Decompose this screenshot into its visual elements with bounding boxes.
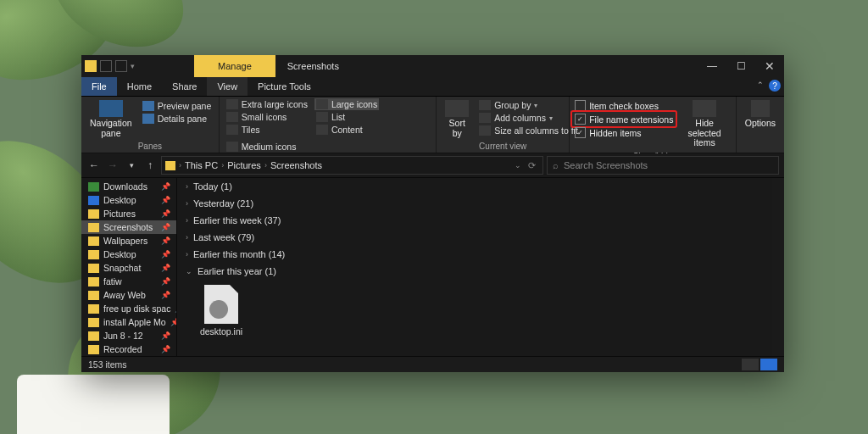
sidebar-item-label: Screenshots [103, 222, 153, 232]
layout-small[interactable]: Small icons [225, 111, 309, 123]
pin-icon[interactable]: 📌 [161, 236, 173, 245]
menu-share[interactable]: Share [162, 77, 207, 96]
pin-icon[interactable]: 📌 [161, 196, 173, 204]
pin-icon[interactable]: 📌 [161, 209, 173, 218]
crumb-pictures[interactable]: Pictures [227, 160, 261, 170]
chevron-right-icon[interactable]: › [264, 161, 267, 170]
content-group-header[interactable]: ›Last week (79) [177, 229, 784, 246]
recent-locations-button[interactable]: ▾ [124, 158, 139, 173]
content-group-header[interactable]: ⌄Earlier this year (1) [177, 263, 784, 280]
folder-icon [88, 331, 99, 341]
sidebar-item[interactable]: install Apple Mo📌 [81, 315, 176, 329]
maximize-button[interactable]: ☐ [726, 55, 755, 77]
folder-icon [88, 264, 99, 273]
pin-icon[interactable]: 📌 [161, 345, 173, 353]
sidebar-item-label: Pictures [103, 209, 136, 219]
chevron-right-icon[interactable]: › [221, 161, 224, 170]
file-item[interactable]: desktop.ini [192, 285, 250, 337]
folder-icon [165, 161, 175, 170]
pin-icon[interactable]: 📌 [161, 291, 173, 299]
layout-medium[interactable]: Medium icons [225, 141, 298, 153]
sidebar-item[interactable]: Desktop📌 [81, 193, 176, 207]
breadcrumb[interactable]: › This PC › Pictures › Screenshots ⌄ ⟳ [161, 156, 543, 175]
layout-list[interactable]: List [314, 111, 379, 123]
size-columns-button[interactable]: Size all columns to fit [477, 125, 580, 136]
view-large-button[interactable] [760, 359, 777, 370]
help-icon[interactable]: ? [769, 80, 781, 92]
close-button[interactable]: ✕ [755, 55, 784, 77]
layout-large[interactable]: Large icons [314, 98, 379, 110]
ribbon-group-label: Panes [86, 140, 214, 153]
content-group-header[interactable]: ›Earlier this week (37) [177, 212, 784, 229]
pin-icon[interactable]: 📌 [161, 223, 173, 231]
file-name-extensions-toggle[interactable]: ✓File name extensions [575, 113, 673, 125]
menu-view[interactable]: View [207, 77, 248, 96]
sidebar-item[interactable]: Snapchat📌 [81, 261, 176, 275]
sidebar-item[interactable]: Wallpapers📌 [81, 234, 176, 248]
search-input[interactable]: ⌕ Search Screenshots [547, 156, 779, 175]
pin-icon[interactable]: 📌 [161, 182, 173, 191]
app-icon [85, 60, 97, 72]
pin-icon[interactable]: 📌 [161, 277, 173, 286]
layout-tiles[interactable]: Tiles [225, 124, 309, 136]
chevron-right-icon: › [186, 182, 188, 191]
ribbon: Navigation pane Preview pane Details pan… [81, 97, 784, 153]
pin-icon[interactable]: 📌 [161, 331, 173, 340]
sidebar-item[interactable]: fatiw📌 [81, 275, 176, 288]
content-area[interactable]: ›Today (1)›Yesterday (21)›Earlier this w… [177, 178, 784, 356]
minimize-button[interactable]: — [698, 55, 726, 77]
sidebar-item[interactable]: free up disk spac📌 [81, 302, 176, 315]
sidebar-item[interactable]: Screenshots📌 [81, 220, 176, 234]
group-label: Earlier this month (14) [193, 249, 285, 259]
up-button[interactable]: ↑ [142, 158, 158, 173]
chevron-right-icon: › [186, 233, 188, 242]
group-by-button[interactable]: Group by ▾ [477, 99, 580, 111]
content-group-header[interactable]: ›Today (1) [177, 178, 784, 195]
sidebar-item[interactable]: Pictures📌 [81, 207, 176, 220]
menu-picture-tools[interactable]: Picture Tools [248, 77, 321, 96]
navigation-pane-button[interactable]: Navigation pane [86, 98, 136, 140]
layout-extra-large[interactable]: Extra large icons [225, 98, 309, 110]
sort-by-button[interactable]: Sort by [442, 98, 472, 140]
preview-pane-icon [142, 101, 154, 111]
scrollbar[interactable] [772, 178, 784, 356]
menu-home[interactable]: Home [117, 77, 162, 96]
context-tab-manage[interactable]: Manage [194, 55, 275, 77]
qat-button[interactable] [100, 60, 112, 72]
refresh-icon[interactable]: ⟳ [525, 160, 539, 171]
sidebar-item-label: Recorded [103, 344, 142, 354]
add-columns-button[interactable]: Add columns ▾ [477, 112, 580, 124]
pin-icon[interactable]: 📌 [161, 264, 173, 272]
forward-button[interactable]: → [105, 158, 120, 173]
details-pane-button[interactable]: Details pane [141, 113, 214, 125]
qat-dropdown-icon[interactable]: ▾ [131, 62, 135, 70]
sidebar-item-label: install Apple Mo [103, 317, 166, 327]
collapse-ribbon-icon[interactable]: ⌃ [757, 81, 764, 89]
sidebar-item[interactable]: Jun 8 - 12📌 [81, 329, 176, 342]
pin-icon[interactable]: 📌 [161, 250, 173, 259]
preview-pane-button[interactable]: Preview pane [141, 100, 214, 112]
sidebar-item[interactable]: Downloads📌 [81, 180, 176, 193]
chevron-right-icon: › [186, 216, 188, 225]
layout-content[interactable]: Content [314, 124, 379, 136]
crumb-this-pc[interactable]: This PC [185, 160, 218, 170]
sidebar-item-label: Snapchat [103, 263, 141, 273]
hidden-items-toggle[interactable]: ✓Hidden items [575, 126, 673, 139]
menu-file[interactable]: File [81, 77, 117, 96]
pin-icon[interactable]: 📌 [170, 318, 177, 326]
sidebar-item[interactable]: Recorded📌 [81, 342, 176, 356]
sidebar-item[interactable]: Away Web📌 [81, 288, 176, 302]
back-button[interactable]: ← [86, 158, 102, 173]
sidebar-item[interactable]: Desktop📌 [81, 248, 176, 261]
sidebar-item-label: Jun 8 - 12 [103, 331, 143, 341]
content-group-header[interactable]: ›Yesterday (21) [177, 195, 784, 212]
hide-selected-button[interactable]: Hide selected items [678, 98, 730, 150]
chevron-right-icon[interactable]: › [179, 161, 181, 170]
qat-button[interactable] [115, 60, 127, 72]
view-details-button[interactable] [742, 359, 759, 370]
group-label: Yesterday (21) [193, 198, 253, 209]
options-button[interactable]: Options [742, 98, 779, 131]
address-dropdown-icon[interactable]: ⌄ [515, 161, 521, 170]
content-group-header[interactable]: ›Earlier this month (14) [177, 246, 784, 263]
crumb-screenshots[interactable]: Screenshots [270, 160, 322, 170]
